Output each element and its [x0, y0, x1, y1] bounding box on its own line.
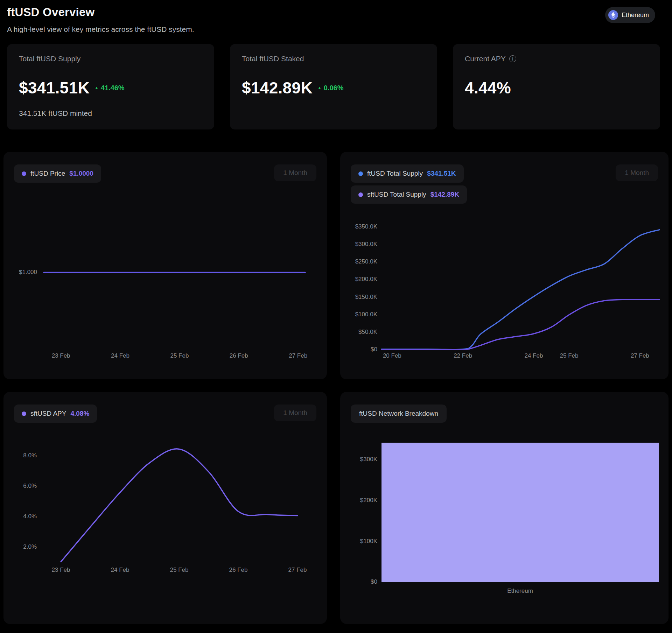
svg-text:$300K: $300K	[360, 456, 378, 463]
svg-text:26 Feb: 26 Feb	[229, 567, 248, 573]
network-selector[interactable]: Ethereum	[605, 7, 655, 23]
svg-text:24 Feb: 24 Feb	[111, 352, 130, 359]
ftusd-price-chart[interactable]: $1.00023 Feb24 Feb25 Feb26 Feb27 Feb	[4, 152, 327, 379]
legend-sftusd-apy[interactable]: sftUSD APY 4.08%	[14, 405, 97, 423]
metric-delta: ▲ 0.06%	[317, 84, 344, 92]
svg-text:24 Feb: 24 Feb	[111, 567, 130, 573]
svg-text:$0: $0	[371, 578, 377, 585]
ethereum-icon	[608, 10, 618, 20]
svg-text:$200.0K: $200.0K	[355, 276, 378, 282]
svg-text:27 Feb: 27 Feb	[289, 352, 307, 359]
svg-text:$100K: $100K	[360, 538, 378, 544]
svg-text:4.0%: 4.0%	[23, 513, 37, 520]
sftusd-apy-chart[interactable]: 8.0%6.0%4.0%2.0%23 Feb24 Feb25 Feb26 Feb…	[4, 392, 327, 624]
svg-text:Ethereum: Ethereum	[507, 588, 533, 594]
page-subtitle: A high-level view of key metrics across …	[7, 25, 655, 34]
series-dot-icon	[358, 171, 363, 176]
charts-grid: ftUSD Price $1.0000 1 Month $1.00023 Feb…	[4, 152, 668, 624]
panel-ftusd-price: ftUSD Price $1.0000 1 Month $1.00023 Feb…	[4, 152, 327, 379]
metric-value: $142.89K	[242, 78, 313, 97]
metric-label: Current APY	[465, 55, 506, 63]
svg-text:22 Feb: 22 Feb	[454, 352, 472, 359]
svg-text:23 Feb: 23 Feb	[52, 567, 70, 573]
series-dot-icon	[358, 192, 363, 197]
svg-text:$50.0K: $50.0K	[358, 329, 378, 335]
svg-text:25 Feb: 25 Feb	[170, 352, 189, 359]
svg-text:8.0%: 8.0%	[23, 452, 37, 459]
svg-text:2.0%: 2.0%	[23, 543, 37, 550]
svg-text:25 Feb: 25 Feb	[560, 352, 579, 359]
svg-text:26 Feb: 26 Feb	[230, 352, 248, 359]
svg-text:25 Feb: 25 Feb	[170, 567, 189, 573]
metric-card-total-staked: Total ftUSD Staked $142.89K ▲ 0.06%	[230, 44, 437, 129]
metric-subtext: 341.51K ftUSD minted	[19, 109, 202, 118]
range-selector-1month[interactable]: 1 Month	[274, 164, 316, 181]
svg-text:$150.0K: $150.0K	[355, 294, 378, 300]
legend-ftusd-total-supply[interactable]: ftUSD Total Supply $341.51K	[351, 164, 464, 183]
metric-cards-row: Total ftUSD Supply $341.51K ▲ 41.46% 341…	[7, 44, 660, 129]
svg-text:24 Feb: 24 Feb	[524, 352, 543, 359]
network-breakdown-chart[interactable]: $300K$200K$100K$0Ethereum	[340, 392, 668, 624]
svg-text:6.0%: 6.0%	[23, 483, 37, 489]
network-badge-label: Ethereum	[622, 12, 649, 19]
panel-network-breakdown: ftUSD Network Breakdown $300K$200K$100K$…	[340, 392, 668, 624]
metric-delta: ▲ 41.46%	[94, 84, 125, 92]
network-breakdown-title: ftUSD Network Breakdown	[351, 405, 447, 423]
info-icon[interactable]: i	[509, 55, 516, 62]
legend-sftusd-total-supply[interactable]: sftUSD Total Supply $142.89K	[351, 185, 467, 204]
svg-text:23 Feb: 23 Feb	[52, 352, 70, 359]
page-header: ftUSD Overview Ethereum A high-level vie…	[0, 0, 672, 34]
svg-text:$0: $0	[371, 346, 377, 353]
svg-text:$300.0K: $300.0K	[355, 241, 378, 247]
svg-text:27 Feb: 27 Feb	[631, 352, 649, 359]
panel-sftusd-apy: sftUSD APY 4.08% 1 Month 8.0%6.0%4.0%2.0…	[4, 392, 327, 624]
metric-card-total-supply: Total ftUSD Supply $341.51K ▲ 41.46% 341…	[7, 44, 214, 129]
svg-text:$250.0K: $250.0K	[355, 258, 378, 265]
svg-text:$350.0K: $350.0K	[355, 223, 378, 230]
up-arrow-icon: ▲	[94, 86, 99, 90]
metric-label: Total ftUSD Supply	[19, 55, 202, 63]
page-title: ftUSD Overview	[7, 6, 655, 19]
svg-text:$1.000: $1.000	[19, 269, 37, 275]
ftusd-overview-page: ftUSD Overview Ethereum A high-level vie…	[0, 0, 672, 633]
panel-total-supply: ftUSD Total Supply $341.51K sftUSD Total…	[340, 152, 668, 379]
metric-value: $341.51K	[19, 78, 90, 97]
range-selector-1month[interactable]: 1 Month	[274, 405, 316, 421]
metric-value: 4.44%	[465, 78, 511, 97]
svg-text:$100.0K: $100.0K	[355, 311, 378, 318]
svg-text:$200K: $200K	[360, 497, 378, 504]
metric-card-current-apy: Current APY i 4.44%	[453, 44, 660, 129]
legend-ftusd-price[interactable]: ftUSD Price $1.0000	[14, 164, 101, 183]
series-dot-icon	[22, 412, 26, 416]
range-selector-1month[interactable]: 1 Month	[616, 164, 658, 181]
up-arrow-icon: ▲	[317, 86, 322, 90]
svg-text:20 Feb: 20 Feb	[383, 352, 401, 359]
svg-text:27 Feb: 27 Feb	[288, 567, 307, 573]
series-dot-icon	[22, 171, 26, 176]
metric-label: Total ftUSD Staked	[242, 55, 425, 63]
